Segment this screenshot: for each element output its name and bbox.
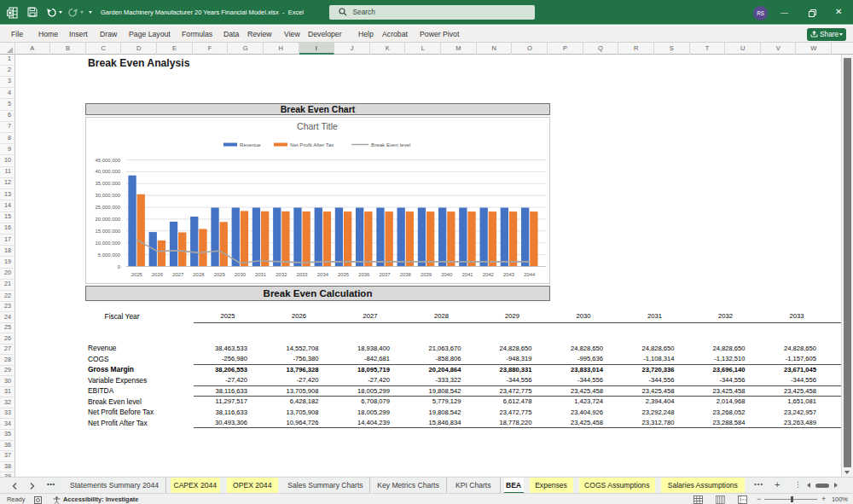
svg-text:2044: 2044 (524, 271, 536, 276)
svg-text:2026: 2026 (152, 271, 164, 276)
svg-text:2025: 2025 (131, 271, 143, 276)
svg-text:2034: 2034 (317, 271, 329, 276)
svg-text:2040: 2040 (441, 271, 453, 276)
svg-text:15,000,000: 15,000,000 (96, 228, 121, 233)
svg-text:Break Even level: Break Even level (371, 141, 410, 147)
svg-text:Chart Title: Chart Title (297, 121, 338, 131)
svg-text:2027: 2027 (172, 271, 183, 276)
svg-text:2037: 2037 (380, 271, 391, 276)
svg-text:Revenue: Revenue (240, 141, 261, 147)
svg-text:25,000,000: 25,000,000 (96, 205, 121, 210)
svg-text:2029: 2029 (214, 271, 225, 276)
svg-text:2041: 2041 (461, 271, 473, 276)
svg-text:Net Profit After Tax: Net Profit After Tax (290, 141, 334, 147)
svg-text:0: 0 (118, 264, 121, 269)
svg-text:2035: 2035 (338, 271, 350, 276)
svg-text:2028: 2028 (193, 271, 205, 276)
svg-text:2036: 2036 (358, 271, 370, 276)
svg-text:40,000,000: 40,000,000 (96, 169, 121, 174)
svg-text:35,000,000: 35,000,000 (96, 181, 121, 186)
svg-text:45,000,000: 45,000,000 (96, 157, 121, 162)
svg-text:2030: 2030 (235, 271, 247, 276)
svg-text:5,000,000: 5,000,000 (98, 252, 121, 257)
svg-text:2042: 2042 (483, 271, 494, 276)
svg-text:2038: 2038 (400, 271, 412, 276)
svg-text:10,000,000: 10,000,000 (96, 240, 121, 245)
svg-text:30,000,000: 30,000,000 (96, 193, 121, 198)
svg-text:2043: 2043 (503, 271, 515, 276)
svg-text:2032: 2032 (276, 271, 287, 276)
svg-text:2031: 2031 (255, 271, 266, 276)
svg-text:2033: 2033 (297, 271, 309, 276)
svg-text:2039: 2039 (421, 271, 432, 276)
svg-text:20,000,000: 20,000,000 (96, 216, 121, 221)
